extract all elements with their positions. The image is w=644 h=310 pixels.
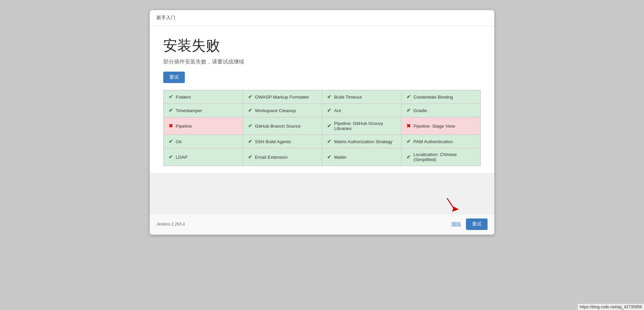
footer-actions: 继续 重试 [451, 218, 488, 230]
x-icon: ✖ [169, 123, 173, 129]
check-icon: ✔ [169, 138, 173, 145]
check-icon: ✔ [406, 154, 411, 160]
check-icon: ✔ [248, 154, 252, 160]
plugin-cell: ✔Localization: Chinese (Simplified) [401, 148, 481, 166]
dialog-footer: Jenkins 2.263.4 继续 重试 [150, 213, 494, 235]
check-icon: ✔ [406, 107, 411, 113]
arrow-icon [444, 197, 461, 213]
check-icon: ✔ [248, 107, 252, 113]
main-dialog: 新手入门 安装失败 部分插件安装失败，请重试或继续 重试 ✔Folders✔OW… [150, 10, 494, 235]
plugin-cell: ✔Ant [322, 104, 401, 117]
check-icon: ✔ [406, 138, 411, 145]
plugin-cell: ✔LDAP [164, 148, 243, 166]
plugin-cell: ✔Git [164, 135, 243, 148]
plugin-cell: ✔SSH Build Agents [243, 135, 322, 148]
plugin-name: Pipeline: Stage View [414, 124, 455, 129]
check-icon: ✔ [327, 138, 331, 145]
plugin-name: Mailer [334, 155, 347, 160]
x-icon: ✖ [406, 123, 411, 129]
plugin-cell: ✖Pipeline: Stage View [401, 117, 481, 135]
check-icon: ✔ [327, 107, 331, 113]
check-icon: ✔ [406, 94, 411, 100]
plugin-name: LDAP [176, 155, 188, 160]
check-icon: ✔ [169, 94, 173, 100]
install-subtitle: 部分插件安装失败，请重试或继续 [163, 58, 481, 66]
check-icon: ✔ [327, 94, 331, 100]
check-icon: ✔ [248, 94, 252, 100]
check-icon: ✔ [327, 154, 331, 160]
url-bar: https://blog.csdn.net/qq_42735856 [578, 304, 644, 310]
check-icon: ✔ [248, 138, 252, 145]
plugin-name: Pipeline: GitHub Groovy Libraries [334, 121, 396, 131]
plugin-name: Build Timeout [334, 95, 362, 100]
dialog-body: 安装失败 部分插件安装失败，请重试或继续 重试 ✔Folders✔OWASP M… [150, 26, 494, 173]
plugin-name: Localization: Chinese (Simplified) [414, 152, 476, 162]
plugin-cell: ✔Email Extension [243, 148, 322, 166]
plugin-name: Timestamper [176, 108, 202, 113]
plugin-cell: ✔Credentials Binding [401, 90, 481, 104]
continue-link[interactable]: 继续 [451, 221, 461, 227]
plugin-name: Credentials Binding [414, 95, 453, 100]
plugin-cell: ✔OWASP Markup Formatter [243, 90, 322, 104]
plugin-name: Email Extension [255, 155, 288, 160]
check-icon: ✔ [327, 123, 331, 129]
dialog-header: 新手入门 [150, 10, 494, 26]
plugin-cell: ✖Pipeline [164, 117, 243, 135]
plugin-name: Ant [334, 108, 341, 113]
plugin-cell: ✔PAM Authentication [401, 135, 481, 148]
check-icon: ✔ [169, 154, 173, 160]
plugin-name: Matrix Authorization Strategy [334, 139, 393, 144]
plugin-cell: ✔Folders [164, 90, 243, 104]
plugin-name: OWASP Markup Formatter [255, 95, 309, 100]
version-label: Jenkins 2.263.4 [156, 222, 185, 227]
footer-retry-button[interactable]: 重试 [466, 218, 488, 230]
plugins-grid: ✔Folders✔OWASP Markup Formatter✔Build Ti… [163, 90, 481, 166]
plugin-cell: ✔Matrix Authorization Strategy [322, 135, 401, 148]
plugin-cell: ✔GitHub Branch Source [243, 117, 322, 135]
spacer [150, 173, 494, 213]
plugin-cell: ✔Mailer [322, 148, 401, 166]
plugin-cell: ✔Workspace Cleanup [243, 104, 322, 117]
plugin-name: Workspace Cleanup [255, 108, 296, 113]
plugin-name: PAM Authentication [414, 139, 453, 144]
retry-button[interactable]: 重试 [163, 72, 185, 83]
plugin-name: Pipeline [176, 124, 192, 129]
plugin-cell: ✔Pipeline: GitHub Groovy Libraries [322, 117, 401, 135]
plugin-name: GitHub Branch Source [255, 124, 301, 129]
check-icon: ✔ [169, 107, 173, 113]
plugin-name: SSH Build Agents [255, 139, 291, 144]
check-icon: ✔ [248, 123, 252, 129]
plugin-name: Folders [176, 95, 191, 100]
install-title: 安装失败 [163, 36, 481, 55]
plugin-name: Gradle [414, 108, 427, 113]
plugin-name: Git [176, 139, 181, 144]
plugin-cell: ✔Build Timeout [322, 90, 401, 104]
plugin-cell: ✔Gradle [401, 104, 481, 117]
plugin-cell: ✔Timestamper [164, 104, 243, 117]
header-title: 新手入门 [156, 15, 175, 20]
